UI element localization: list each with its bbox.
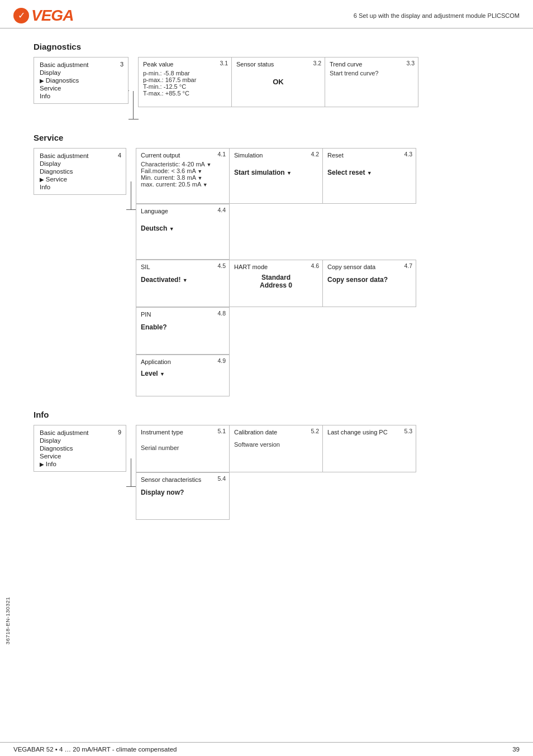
service-box-sil: 4.5 SIL Deactivated! ▼ <box>136 260 230 307</box>
service-title: Service <box>34 133 499 142</box>
box-5-1-title: Instrument type <box>141 429 225 436</box>
menu-item-display-info[interactable]: Display <box>40 437 120 444</box>
menu-item-basic-adj-svc[interactable]: Basic adjustment <box>40 152 120 160</box>
box-4-6-title: HART mode <box>234 264 318 270</box>
service-connector <box>126 148 136 210</box>
box-3-3-start: Start trend curve? <box>330 70 413 76</box>
info-box-sensor-char: 5.4 Sensor characteristics Display now? <box>136 472 230 520</box>
dropdown-arrow-sil[interactable]: ▼ <box>183 277 188 283</box>
diagnostics-section: Diagnostics 3 Basic adjustment Display D… <box>34 42 499 119</box>
menu-item-display-diag[interactable]: Display <box>40 69 122 76</box>
dropdown-arrow-min[interactable]: ▼ <box>198 175 203 181</box>
box-4-9-number: 4.9 <box>217 357 226 364</box>
box-3-2-number: 3.2 <box>313 60 321 66</box>
menu-item-service-diag[interactable]: Service <box>40 84 122 92</box>
service-row2: 4.5 SIL Deactivated! ▼ 4.6 HART mode Sta… <box>136 260 499 355</box>
footer-left: VEGABAR 52 • 4 … 20 mA/HART - climate co… <box>13 746 177 753</box>
service-box-pin: 4.8 PIN Enable? <box>136 307 230 355</box>
box-4-3-value[interactable]: Select reset ▼ <box>327 169 411 176</box>
box-4-3-number: 4.3 <box>404 151 412 157</box>
box-4-6-value[interactable]: StandardAddress 0 <box>234 274 318 289</box>
diagnostics-title: Diagnostics <box>34 42 499 51</box>
box-4-7-number: 4.7 <box>404 262 412 269</box>
info-row: 9 Basic adjustment Display Diagnostics S… <box>34 425 499 520</box>
box-3-1-tmax: T-max.: +85.5 °C <box>143 90 227 97</box>
dropdown-arrow-fail[interactable]: ▼ <box>197 169 202 174</box>
info-title: Info <box>34 410 499 419</box>
logo: ✓ VEGA <box>13 7 73 25</box>
box-5-4-value[interactable]: Display now? <box>141 489 225 496</box>
box-4-4-value[interactable]: Deutsch ▼ <box>141 224 225 232</box>
service-row3: 4.9 Application Level ▼ <box>136 355 499 396</box>
dropdown-arrow-app[interactable]: ▼ <box>160 371 165 377</box>
box-4-8-value[interactable]: Enable? <box>141 323 225 331</box>
box-4-1-min: Min. current: 3.8 mA ▼ <box>141 174 225 181</box>
page-header: ✓ VEGA 6 Set up with the display and adj… <box>0 0 533 28</box>
dropdown-arrow-lang[interactable]: ▼ <box>169 226 174 232</box>
chapter-text: 6 Set up with the display and adjustment… <box>354 12 520 19</box>
menu-item-diagnostics[interactable]: Diagnostics <box>40 76 122 84</box>
menu-item-info-diag[interactable]: Info <box>40 92 122 100</box>
diagnostics-box-trend-curve: 3.3 Trend curve Start trend curve? <box>325 57 418 107</box>
service-box-current-output: 4.1 Current output Characteristic: 4-20 … <box>136 148 230 204</box>
service-box-language: 4.4 Language Deutsch ▼ <box>136 204 230 260</box>
service-menu-row: 4 Basic adjustment Display Diagnostics S… <box>34 148 499 396</box>
box-4-3-title: Reset <box>327 152 411 159</box>
info-menu-number: 9 <box>118 429 121 436</box>
box-5-3-number: 5.3 <box>404 428 412 434</box>
service-box-application: 4.9 Application Level ▼ <box>136 355 230 396</box>
box-4-1-title: Current output <box>141 152 225 159</box>
service-box-simulation: 4.2 Simulation Start simulation ▼ <box>229 148 323 204</box>
box-4-9-value[interactable]: Level ▼ <box>141 370 225 377</box>
menu-item-info[interactable]: Info <box>40 460 120 468</box>
menu-item-diagnostics-info[interactable]: Diagnostics <box>40 444 120 452</box>
service-menu-number: 4 <box>118 152 121 159</box>
service-box-copy-sensor: 4.7 Copy sensor data Copy sensor data? <box>322 260 416 307</box>
box-4-5-value[interactable]: Deactivated! ▼ <box>141 276 225 284</box>
menu-item-basic-adj-info[interactable]: Basic adjustment <box>40 429 120 437</box>
menu-item-display-svc[interactable]: Display <box>40 160 120 168</box>
service-box-hart: 4.6 HART mode StandardAddress 0 <box>229 260 323 307</box>
diagnostics-data-boxes: 3.1 Peak value p-min.: -5.8 mbar p-max.:… <box>139 57 418 107</box>
menu-item-info-svc[interactable]: Info <box>40 183 120 191</box>
menu-item-basic-adj-diag[interactable]: Basic adjustment <box>40 61 122 69</box>
box-4-7-value[interactable]: Copy sensor data? <box>327 276 411 284</box>
box-4-2-value[interactable]: Start simulation ▼ <box>234 169 318 176</box>
box-4-1-number: 4.1 <box>217 151 226 157</box>
box-4-6-number: 4.6 <box>311 262 319 269</box>
menu-item-service-info[interactable]: Service <box>40 452 120 460</box>
dropdown-arrow-max[interactable]: ▼ <box>203 182 208 188</box>
service-box-reset: 4.3 Reset Select reset ▼ <box>322 148 416 204</box>
info-menu-box: 9 Basic adjustment Display Diagnostics S… <box>34 425 126 472</box>
info-data-boxes: 5.1 Instrument type Serial number 5.2 Ca… <box>136 425 499 520</box>
box-4-5-number: 4.5 <box>217 262 226 269</box>
box-3-1-tmin: T-min.: -12.5 °C <box>143 83 227 90</box>
box-5-2-number: 5.2 <box>311 428 319 434</box>
box-5-2-sw: Software version <box>234 441 318 448</box>
info-connector <box>126 425 136 487</box>
box-4-2-title: Simulation <box>234 152 318 159</box>
diagnostics-box-peak-value: 3.1 Peak value p-min.: -5.8 mbar p-max.:… <box>138 57 232 107</box>
diagnostics-row: 3 Basic adjustment Display Diagnostics S… <box>34 57 499 119</box>
box-4-1-char: Characteristic: 4-20 mA ▼ <box>141 161 225 168</box>
box-4-8-title: PIN <box>141 311 225 318</box>
box-4-2-number: 4.2 <box>311 151 319 157</box>
box-4-7-title: Copy sensor data <box>327 264 411 270</box>
dropdown-arrow-sim[interactable]: ▼ <box>287 170 292 176</box>
info-box-instrument-type: 5.1 Instrument type Serial number <box>136 425 230 472</box>
menu-item-service[interactable]: Service <box>40 175 120 183</box>
menu-item-diagnostics-svc[interactable]: Diagnostics <box>40 168 120 175</box>
service-data-boxes: 4.1 Current output Characteristic: 4-20 … <box>136 148 499 396</box>
box-3-2-title: Sensor status <box>236 61 320 68</box>
box-5-3-title: Last change using PC <box>327 429 411 436</box>
box-5-4-number: 5.4 <box>217 475 226 482</box>
dropdown-arrow-char[interactable]: ▼ <box>206 162 211 168</box>
box-3-1-title: Peak value <box>143 61 227 68</box>
main-content: Diagnostics 3 Basic adjustment Display D… <box>0 42 533 572</box>
box-4-1-fail: Fail.mode: < 3.6 mA ▼ <box>141 168 225 174</box>
box-4-9-title: Application <box>141 358 225 365</box>
dropdown-arrow-reset[interactable]: ▼ <box>367 170 372 176</box>
service-menu-box: 4 Basic adjustment Display Diagnostics S… <box>34 148 126 195</box>
box-3-2-value: OK <box>236 78 320 86</box>
box-5-1-serial: Serial number <box>141 444 225 451</box>
